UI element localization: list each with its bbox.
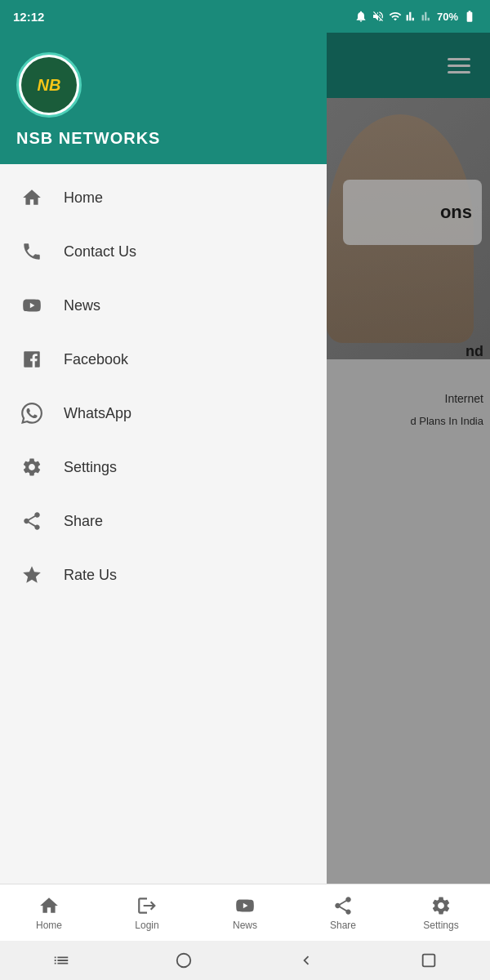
overview-button[interactable] <box>412 944 445 977</box>
sidebar-item-news[interactable]: News <box>0 278 327 332</box>
sidebar-item-home[interactable]: Home <box>0 171 327 225</box>
app-logo: NB <box>16 52 82 118</box>
sidebar-contact-label: Contact Us <box>64 243 136 261</box>
sidebar-item-share[interactable]: Share <box>0 494 327 548</box>
sidebar-whatsapp-label: WhatsApp <box>64 405 131 422</box>
logo-inner: NB <box>21 57 77 113</box>
svg-point-0 <box>177 954 191 968</box>
sidebar-item-settings[interactable]: Settings <box>0 440 327 494</box>
sidebar-settings-label: Settings <box>64 459 117 476</box>
status-time: 12:12 <box>13 10 44 24</box>
star-icon <box>20 563 44 587</box>
whatsapp-icon <box>20 401 44 425</box>
bottom-nav-news[interactable]: News <box>196 895 294 931</box>
logo-text: NB <box>38 77 61 93</box>
battery-text: 70% <box>437 11 458 23</box>
sidebar-rate-label: Rate Us <box>64 567 117 584</box>
bottom-settings-icon <box>430 895 452 916</box>
youtube-icon <box>20 293 44 318</box>
sidebar-facebook-label: Facebook <box>64 351 128 368</box>
status-bar: 12:12 70% <box>0 0 490 33</box>
system-nav-bar <box>0 941 490 980</box>
sidebar-item-facebook[interactable]: Facebook <box>0 332 327 386</box>
sidebar-item-rate-us[interactable]: Rate Us <box>0 548 327 602</box>
bottom-login-label: Login <box>135 920 158 931</box>
bottom-share-label: Share <box>330 920 356 931</box>
settings-icon <box>20 455 44 479</box>
bottom-nav-settings[interactable]: Settings <box>392 895 490 931</box>
app-name: NSB NETWORKS <box>16 129 160 148</box>
share-icon <box>20 509 44 533</box>
facebook-icon <box>20 347 44 372</box>
bottom-home-label: Home <box>36 920 62 931</box>
bottom-news-icon <box>234 895 256 916</box>
back-button-icon <box>297 951 315 969</box>
recent-apps-icon <box>52 951 70 969</box>
home-button-icon <box>175 951 193 969</box>
bottom-settings-label: Settings <box>423 920 458 931</box>
bottom-news-label: News <box>233 920 257 931</box>
bottom-nav: Home Login News Share Settings <box>0 884 490 941</box>
bottom-share-icon <box>332 895 354 916</box>
bottom-nav-share[interactable]: Share <box>294 895 392 931</box>
sidebar-news-label: News <box>64 297 100 314</box>
sidebar-drawer: NB NSB NETWORKS Home Contact Us <box>0 33 327 980</box>
home-button[interactable] <box>167 944 200 977</box>
main-layout: ons nd Internet d Plans In India NB NSB … <box>0 33 490 980</box>
nav-list: Home Contact Us News Fa <box>0 164 327 980</box>
sidebar-header: NB NSB NETWORKS <box>0 33 327 164</box>
bottom-nav-home[interactable]: Home <box>0 895 98 931</box>
sidebar-item-contact-us[interactable]: Contact Us <box>0 225 327 278</box>
bottom-home-icon <box>38 895 60 916</box>
bottom-login-icon <box>136 895 158 916</box>
home-icon <box>20 185 44 210</box>
bottom-nav-login[interactable]: Login <box>98 895 196 931</box>
sidebar-share-label: Share <box>64 513 103 530</box>
overview-button-icon <box>420 951 438 969</box>
back-button[interactable] <box>290 944 323 977</box>
sidebar-home-label: Home <box>64 189 103 207</box>
svg-rect-1 <box>423 955 435 967</box>
recent-apps-button[interactable] <box>45 944 78 977</box>
status-icons: 70% <box>354 10 477 23</box>
phone-icon <box>20 239 44 264</box>
sidebar-item-whatsapp[interactable]: WhatsApp <box>0 386 327 440</box>
